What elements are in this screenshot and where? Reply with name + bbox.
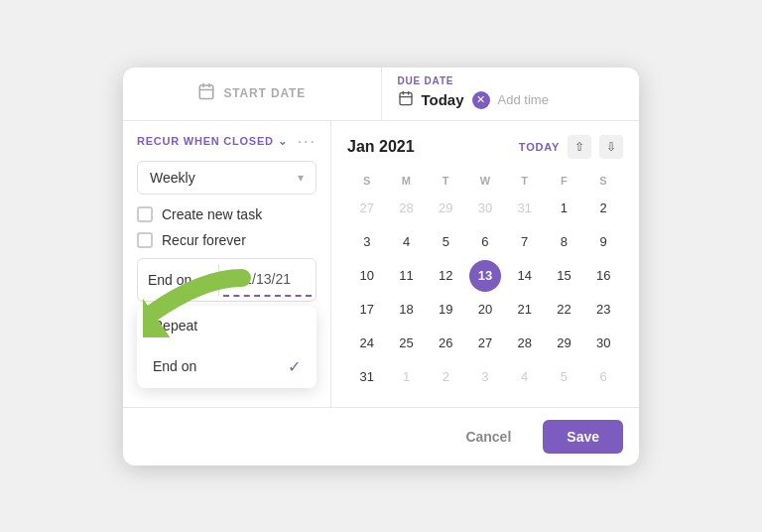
calendar-cell[interactable]: 1 <box>548 193 579 224</box>
day-header-s2: S <box>583 171 623 191</box>
due-value-row: Today ✕ Add time <box>398 90 549 110</box>
body: RECUR WHEN CLOSED ⌄ ··· Weekly ▾ Create … <box>123 121 639 407</box>
calendar-cell[interactable]: 10 <box>351 260 383 292</box>
calendar-cell[interactable]: 4 <box>509 361 541 393</box>
calendar-prev-button[interactable]: ⇧ <box>568 135 591 159</box>
calendar-cell[interactable]: 16 <box>587 260 619 292</box>
day-header-m: M <box>387 171 427 191</box>
save-button[interactable]: Save <box>543 420 623 454</box>
day-header-f: F <box>545 171 584 191</box>
calendar-cell[interactable]: 31 <box>509 193 541 224</box>
calendar-cell[interactable]: 4 <box>391 226 423 258</box>
calendar-cell[interactable]: 30 <box>587 328 619 359</box>
calendar-cell[interactable]: 5 <box>548 361 579 393</box>
calendar-due-icon <box>398 90 414 110</box>
frequency-select[interactable]: Weekly ▾ <box>137 161 317 195</box>
create-new-task-row[interactable]: Create new task <box>137 206 317 222</box>
day-header-s1: S <box>347 171 387 191</box>
calendar-cell[interactable]: 22 <box>548 294 579 326</box>
calendar-cell[interactable]: 29 <box>430 193 461 224</box>
calendar-cell[interactable]: 5 <box>430 226 461 258</box>
calendar-cell[interactable]: 19 <box>430 294 461 326</box>
due-date-label: DUE DATE <box>398 75 454 86</box>
dropdown-item-repeat[interactable]: Repeat <box>137 306 317 345</box>
due-value: Today <box>422 91 464 108</box>
create-new-task-checkbox[interactable] <box>137 206 153 222</box>
calendar-next-button[interactable]: ⇩ <box>599 135 623 159</box>
end-on-row[interactable]: End on ▲ 1/13/21 <box>137 258 317 302</box>
calendar-cell[interactable]: 23 <box>587 294 619 326</box>
calendar-cell[interactable]: 14 <box>509 260 541 292</box>
day-header-t1: T <box>426 171 465 191</box>
calendar-cell[interactable]: 6 <box>587 361 619 393</box>
svg-rect-4 <box>400 92 412 104</box>
recur-more-button[interactable]: ··· <box>298 133 317 151</box>
calendar-cell[interactable]: 25 <box>391 328 423 359</box>
dropdown-item-end-on[interactable]: End on ✓ <box>137 345 317 388</box>
calendar-cell[interactable]: 27 <box>469 328 501 359</box>
dropdown-end-on-check-icon: ✓ <box>288 357 301 376</box>
svg-rect-0 <box>200 85 214 99</box>
calendar-cell[interactable]: 9 <box>587 226 619 258</box>
calendar-cell[interactable]: 21 <box>509 294 541 326</box>
dialog: START DATE DUE DATE Today ✕ Add time REC… <box>123 67 639 466</box>
create-new-task-label: Create new task <box>162 206 262 222</box>
calendar-month-year: Jan 2021 <box>347 138 415 156</box>
calendar-cell[interactable]: 26 <box>430 328 461 359</box>
add-time-button[interactable]: Add time <box>498 92 549 107</box>
end-on-label: End on <box>148 272 191 288</box>
calendar-cell[interactable]: 28 <box>391 193 423 224</box>
start-date-button[interactable]: START DATE <box>123 67 381 120</box>
left-panel: RECUR WHEN CLOSED ⌄ ··· Weekly ▾ Create … <box>123 121 331 407</box>
calendar-grid: S M T W T F S 27282930311234567891011121… <box>347 171 623 393</box>
recur-forever-row[interactable]: Recur forever <box>137 232 317 248</box>
calendar-cell[interactable]: 11 <box>391 260 423 292</box>
day-header-w: W <box>465 171 505 191</box>
calendar-cell[interactable]: 28 <box>509 328 541 359</box>
calendar-cell[interactable]: 27 <box>351 193 383 224</box>
calendar-cell[interactable]: 3 <box>469 361 501 393</box>
end-on-date[interactable]: 1/13/21 <box>223 263 312 297</box>
frequency-value: Weekly <box>150 170 195 186</box>
day-header-t2: T <box>505 171 545 191</box>
recur-forever-checkbox[interactable] <box>137 232 153 248</box>
due-date-section: DUE DATE Today ✕ Add time <box>381 67 640 120</box>
calendar-cell[interactable]: 2 <box>587 193 619 224</box>
calendar-header: Jan 2021 TODAY ⇧ ⇩ <box>347 135 623 159</box>
end-on-dropdown: Repeat End on ✓ <box>137 306 317 388</box>
frequency-chevron-icon: ▾ <box>298 171 304 185</box>
calendar-cell[interactable]: 8 <box>548 226 579 258</box>
calendar-cell[interactable]: 17 <box>351 294 383 326</box>
calendar-cell[interactable]: 6 <box>469 226 501 258</box>
calendar-icon <box>197 82 215 104</box>
end-on-chevron-icon: ▲ <box>197 274 208 286</box>
end-on-container: End on ▲ 1/13/21 Repeat End on ✓ <box>137 258 317 302</box>
calendar-cell[interactable]: 24 <box>351 328 383 359</box>
start-date-label: START DATE <box>223 86 306 100</box>
calendar-today-button[interactable]: TODAY <box>519 141 560 153</box>
due-clear-button[interactable]: ✕ <box>472 91 490 109</box>
calendar-cell[interactable]: 7 <box>509 226 541 258</box>
calendar-cell[interactable]: 30 <box>469 193 501 224</box>
dropdown-end-on-label: End on <box>153 358 196 374</box>
calendar-cell[interactable]: 15 <box>548 260 579 292</box>
calendar-nav: TODAY ⇧ ⇩ <box>519 135 623 159</box>
recur-forever-label: Recur forever <box>162 232 246 248</box>
calendar-cell[interactable]: 3 <box>351 226 383 258</box>
calendar-cell[interactable]: 31 <box>351 361 383 393</box>
header: START DATE DUE DATE Today ✕ Add time <box>123 67 639 121</box>
calendar-cell[interactable]: 18 <box>391 294 423 326</box>
recur-title: RECUR WHEN CLOSED ⌄ <box>137 135 287 148</box>
end-on-label-box: End on ▲ <box>138 264 219 296</box>
calendar-cell[interactable]: 13 <box>469 260 501 292</box>
calendar-cell[interactable]: 29 <box>548 328 579 359</box>
calendar-cell[interactable]: 2 <box>430 361 461 393</box>
recur-header: RECUR WHEN CLOSED ⌄ ··· <box>137 133 317 151</box>
dropdown-repeat-label: Repeat <box>153 318 197 333</box>
calendar-cell[interactable]: 1 <box>391 361 423 393</box>
footer: Cancel Save <box>123 407 639 466</box>
calendar-cell[interactable]: 20 <box>469 294 501 326</box>
calendar-cell[interactable]: 12 <box>430 260 461 292</box>
calendar: Jan 2021 TODAY ⇧ ⇩ S M T W T F S 2728293… <box>331 121 639 407</box>
cancel-button[interactable]: Cancel <box>445 420 531 454</box>
